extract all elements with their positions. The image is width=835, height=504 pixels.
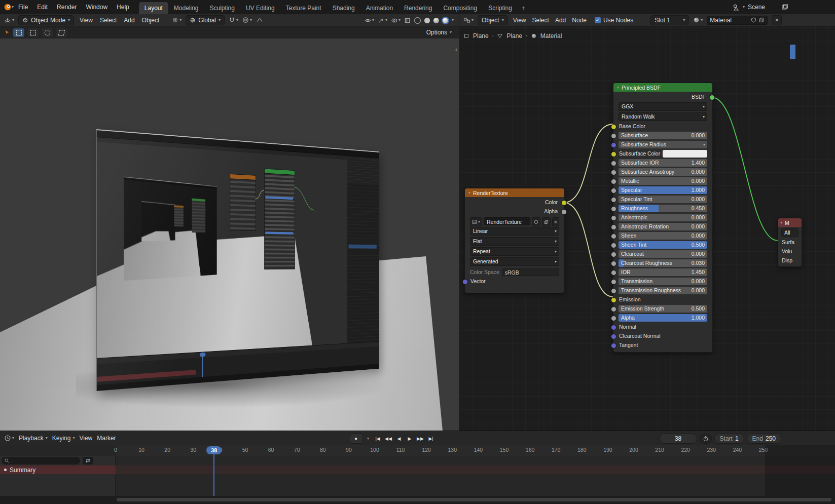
principled-random-walk[interactable]: Random Walk▾	[619, 112, 707, 121]
principled-ior[interactable]: IOR1.450	[619, 268, 707, 276]
editor-type-dropdown[interactable]: ▾	[4, 435, 14, 442]
breadcrumb-material[interactable]: Material	[540, 32, 562, 40]
extension-dropdown[interactable]: Repeat▾	[470, 247, 559, 256]
principled-roughness[interactable]: Roughness0.450	[619, 205, 707, 212]
socket[interactable]	[611, 270, 616, 276]
auto-keying-toggle[interactable]: ●	[349, 433, 363, 444]
viewport-3d[interactable]: ‹	[0, 38, 459, 431]
socket[interactable]	[611, 142, 616, 148]
socket[interactable]	[561, 209, 567, 215]
start-frame-field[interactable]: Start1	[714, 433, 744, 444]
material-browse-dropdown[interactable]: ▾	[693, 17, 703, 23]
falloff-dropdown[interactable]	[256, 17, 263, 23]
jump-to-end-button[interactable]: ▶|	[426, 434, 435, 443]
blender-logo-icon[interactable]	[4, 3, 12, 11]
render-texture-node[interactable]: ▾ RenderTexture Color Alpha ▾ RenderText…	[464, 188, 565, 293]
scene-selector[interactable]: ▾ Scene	[733, 0, 788, 14]
chevron-down-icon[interactable]: ▾	[780, 221, 782, 225]
proportional-editing-dropdown[interactable]: ▾	[242, 17, 252, 23]
fake-user-shield-icon[interactable]	[751, 17, 756, 23]
socket[interactable]	[611, 188, 616, 193]
principled-emission-strength[interactable]: Emission Strength0.500	[619, 305, 707, 313]
projection-dropdown[interactable]: Flat▾	[470, 237, 559, 246]
principled-metallic[interactable]: Metallic0.000	[619, 177, 707, 185]
add-workspace-button[interactable]: +	[518, 2, 529, 14]
render-texture-node-header[interactable]: ▾ RenderTexture	[465, 188, 564, 197]
shading-solid-button[interactable]	[424, 18, 430, 23]
output-node-header[interactable]: ▾ M	[778, 218, 802, 227]
tool-options-dropdown[interactable]: Options ▾	[426, 29, 452, 36]
socket[interactable]	[611, 306, 616, 312]
output-all[interactable]: All	[781, 228, 798, 237]
principled-transmission-roughness[interactable]: Transmission Roughness0.000	[619, 287, 707, 294]
tab-uv-editing[interactable]: UV Editing	[240, 2, 280, 14]
socket[interactable]	[611, 316, 616, 321]
tl-menu-view[interactable]: View	[79, 435, 92, 442]
slot-dropdown[interactable]: Slot 1 ▾	[650, 15, 689, 25]
image-browse-dropdown[interactable]: ▾	[470, 217, 482, 226]
unlink-material-button[interactable]: ×	[772, 15, 782, 25]
principled-ggx[interactable]: GGX▾	[619, 102, 707, 111]
tab-compositing[interactable]: Compositing	[438, 2, 483, 14]
menu-help[interactable]: Help	[112, 4, 134, 11]
principled-anisotropic-rotation[interactable]: Anisotropic Rotation0.000	[619, 223, 707, 230]
view-layer-icon[interactable]	[781, 4, 788, 11]
socket[interactable]	[611, 124, 616, 130]
channel-search-input[interactable]	[2, 457, 80, 464]
active-tool-icon[interactable]	[4, 29, 10, 35]
material-name-field[interactable]: Material	[707, 16, 768, 25]
socket[interactable]	[611, 133, 616, 139]
tab-modeling[interactable]: Modeling	[168, 2, 204, 14]
overlays-dropdown[interactable]: ▾	[391, 17, 401, 24]
tab-texture-paint[interactable]: Texture Paint	[280, 2, 327, 14]
shading-rendered-button[interactable]	[443, 18, 448, 23]
breadcrumb-mesh[interactable]: Plane	[506, 32, 522, 40]
sh-menu-select[interactable]: Select	[531, 17, 550, 24]
duplicate-material-icon[interactable]	[759, 17, 765, 23]
principled-transmission[interactable]: Transmission0.000	[619, 278, 707, 285]
chevron-down-icon[interactable]: ▾	[367, 437, 369, 441]
material-output-node[interactable]: ▾ M AllSurfaVoluDisp	[778, 218, 802, 267]
color-swatch[interactable]	[663, 150, 707, 158]
socket[interactable]	[611, 234, 616, 239]
vp-menu-view[interactable]: View	[78, 17, 94, 24]
principled-node-header[interactable]: ▾ Principled BSDF	[613, 83, 712, 92]
tl-menu-marker[interactable]: Marker	[97, 435, 116, 442]
next-keyframe-button[interactable]: ▶▶	[416, 434, 425, 443]
breadcrumb-object[interactable]: Plane	[473, 32, 489, 40]
principled-specular[interactable]: Specular1.000	[619, 186, 707, 194]
editor-type-dropdown[interactable]: ▾	[463, 17, 474, 24]
select-mode-lasso-button[interactable]	[56, 28, 67, 37]
timeline-ruler[interactable]: 0102030405060708090100110120130140150160…	[0, 445, 835, 456]
socket[interactable]	[611, 179, 616, 184]
principled-subsurface[interactable]: Subsurface0.000	[619, 132, 707, 139]
sidebar-collapse-arrow[interactable]: ‹	[455, 46, 457, 53]
shading-material-button[interactable]	[433, 18, 439, 23]
fake-user-shield-button[interactable]	[532, 217, 540, 226]
chevron-down-icon[interactable]: ▾	[617, 86, 619, 90]
principled-subsurface-radius[interactable]: Subsurface Radius▾	[619, 141, 707, 148]
color-space-value[interactable]: sRGB	[502, 268, 559, 276]
socket[interactable]	[611, 206, 616, 212]
preview-range-button[interactable]	[700, 434, 712, 444]
socket[interactable]	[611, 343, 616, 348]
socket[interactable]	[561, 200, 567, 206]
tab-scripting[interactable]: Scripting	[483, 2, 518, 14]
menu-window[interactable]: Window	[81, 4, 112, 11]
principled-subsurface-color[interactable]: Subsurface Color	[619, 150, 707, 158]
socket[interactable]	[611, 170, 616, 175]
principled-clearcoat-roughness[interactable]: Clearcoat Roughness0.030	[619, 259, 707, 267]
socket[interactable]	[611, 252, 616, 257]
socket[interactable]	[709, 95, 715, 100]
current-frame-field[interactable]: 38	[660, 433, 697, 444]
vp-menu-object[interactable]: Object	[140, 17, 161, 24]
unlink-image-button[interactable]: ×	[552, 217, 559, 226]
shading-wireframe-button[interactable]	[414, 17, 421, 24]
socket[interactable]	[611, 297, 616, 303]
playhead-line[interactable]	[213, 453, 214, 496]
tab-shading[interactable]: Shading	[327, 2, 360, 14]
socket[interactable]	[611, 224, 616, 230]
snap-dropdown[interactable]: ▾	[229, 17, 238, 23]
invert-filter-button[interactable]: ⇄	[83, 457, 93, 464]
visibility-dropdown[interactable]: ▾	[365, 17, 374, 24]
